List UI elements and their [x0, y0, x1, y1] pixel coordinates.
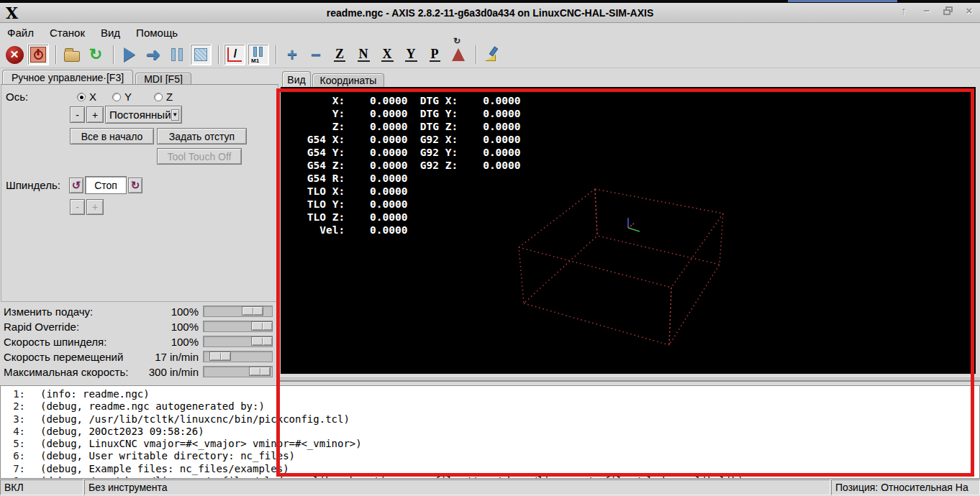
- line-number: 1:: [1, 388, 25, 400]
- gcode-line[interactable]: 5:(debug, LinuxCNC vmajor=#<_vmajor> vmi…: [1, 438, 979, 450]
- slider-thumb[interactable]: [251, 336, 273, 346]
- maximize-button[interactable]: [943, 6, 953, 15]
- dro-readout: X: 0.0000 DTG X: 0.0000 Y: 0.0000 DTG Y:…: [301, 94, 521, 236]
- skip-lines-button[interactable]: /: [224, 44, 245, 65]
- gcode-line[interactable]: 6:(debug, User writable directory: nc_fi…: [1, 450, 979, 462]
- view-front-button[interactable]: Y: [400, 44, 422, 65]
- preview-horizontal-scrollbar[interactable]: [279, 374, 980, 385]
- play-icon: [124, 47, 135, 62]
- axis-window: X readme.ngc - AXIS 2.8.2-11-g6a3d0a434 …: [0, 0, 980, 496]
- tool-info-field: Без инструмента: [84, 479, 830, 495]
- window-title: readme.ngc - AXIS 2.8.2-11-g6a3d0a434 on…: [0, 7, 980, 19]
- reload-file-button[interactable]: ↻: [85, 44, 106, 65]
- menu-help[interactable]: Помощь: [136, 27, 178, 39]
- line-text: (info: readme.ngc): [40, 388, 150, 400]
- rotate-view-button[interactable]: [448, 44, 469, 65]
- touch-off-button[interactable]: Задать отступ: [157, 128, 247, 144]
- radio-axis-x[interactable]: [77, 93, 86, 101]
- spindle-label: Шпиндель:: [6, 179, 60, 191]
- zoom-out-button[interactable]: −: [305, 44, 327, 65]
- shade-button[interactable]: ↑: [897, 4, 910, 17]
- gcode-line[interactable]: 2:(debug, readme.ngc autogenerated by:): [1, 400, 979, 413]
- tab-mdi[interactable]: MDI [F5]: [135, 73, 191, 85]
- stop-icon: [194, 48, 207, 61]
- tab-preview[interactable]: Вид: [282, 71, 311, 87]
- toolbar: ✕ ↻ ➜ / M1: [0, 42, 980, 68]
- gcode-line[interactable]: 4:(debug, 20Oct2023 09:58:26): [1, 426, 979, 438]
- view-side-button[interactable]: X: [376, 44, 398, 65]
- step-arrow-icon: ➜: [146, 47, 160, 62]
- rotate-cone-icon: [452, 48, 465, 61]
- spindle-override-label: Скорость шпинделя:: [4, 336, 106, 348]
- home-all-button[interactable]: Все в начало: [70, 128, 154, 144]
- run-button[interactable]: [119, 44, 140, 65]
- view-rotated-top-button[interactable]: N: [353, 44, 374, 65]
- view-z-icon: Z: [334, 47, 345, 62]
- line-number: 6:: [1, 450, 25, 462]
- line-number: 2:: [1, 400, 25, 413]
- line-number: 7:: [1, 463, 25, 475]
- radio-axis-y[interactable]: [112, 93, 121, 101]
- view-z-rotated-icon: N: [358, 47, 370, 62]
- slider-thumb[interactable]: [209, 352, 231, 361]
- radio-axis-x-label: X: [89, 91, 96, 103]
- gcode-line[interactable]: 3:(debug, /usr/lib/tcltk/linuxcnc/bin/pi…: [1, 413, 979, 426]
- stop-button[interactable]: [190, 44, 212, 65]
- view-top-button[interactable]: Z: [329, 44, 350, 65]
- gcode-line[interactable]: 7:(debug, Example files: nc_files/exampl…: [1, 463, 979, 475]
- estop-button[interactable]: ✕: [4, 44, 25, 65]
- slider-thumb[interactable]: [249, 367, 271, 376]
- menu-view[interactable]: Вид: [101, 27, 120, 39]
- open-file-button[interactable]: [61, 44, 83, 65]
- spindle-cw-button[interactable]: ↻: [128, 178, 142, 193]
- jog-increment-value: Постоянный: [109, 109, 171, 121]
- jog-minus-button[interactable]: -: [70, 106, 85, 123]
- jog-plus-button[interactable]: +: [86, 106, 104, 123]
- zoom-in-button[interactable]: +: [281, 44, 303, 65]
- gcode-listing[interactable]: 1:(info: readme.ngc) 2:(debug, readme.ng…: [0, 385, 980, 479]
- radio-axis-z[interactable]: [154, 93, 163, 101]
- tab-manual-control[interactable]: Ручное управление·[F3]: [2, 70, 133, 85]
- max-velocity-value: 300 in/min: [149, 366, 199, 378]
- view-perspective-button[interactable]: P: [424, 44, 445, 65]
- clear-plot-button[interactable]: [481, 44, 503, 65]
- slider-thumb[interactable]: [251, 321, 273, 331]
- spindle-ccw-button[interactable]: ↺: [69, 178, 83, 193]
- line-text: (debug, User writable directory: nc_file…: [40, 450, 295, 462]
- feed-override-value: 100%: [171, 306, 199, 318]
- feed-override-row: Изменить подачу: 100%: [0, 304, 279, 319]
- machine-power-button[interactable]: [27, 44, 49, 65]
- radio-axis-z-label: Z: [166, 91, 173, 103]
- titlebar[interactable]: X readme.ngc - AXIS 2.8.2-11-g6a3d0a434 …: [0, 3, 980, 23]
- menu-machine[interactable]: Станок: [50, 27, 85, 39]
- feed-override-slider[interactable]: [203, 306, 273, 317]
- jog-speed-label: Скорость перемещений: [4, 351, 123, 363]
- jog-increment-dropdown[interactable]: Постоянный ▼: [105, 106, 182, 124]
- max-velocity-slider[interactable]: [203, 366, 273, 377]
- rapid-override-row: Rapid Override: 100%: [0, 319, 279, 334]
- pause-icon: [171, 48, 183, 61]
- step-button[interactable]: ➜: [142, 44, 164, 65]
- spindle-cw-icon: ↻: [131, 179, 140, 192]
- view-p-icon: P: [430, 47, 440, 62]
- spindle-stop-button[interactable]: Стоп: [85, 176, 127, 194]
- minimize-button[interactable]: −: [920, 4, 933, 17]
- gcode-line[interactable]: 1:(info: readme.ngc): [1, 388, 979, 400]
- spindle-override-slider[interactable]: [203, 336, 273, 347]
- power-icon: [34, 50, 43, 60]
- preview-canvas[interactable]: X: 0.0000 DTG X: 0.0000 Y: 0.0000 DTG Y:…: [281, 87, 976, 374]
- slider-thumb[interactable]: [242, 306, 263, 316]
- jog-speed-slider[interactable]: [203, 351, 273, 362]
- toolbar-separator: [113, 45, 114, 64]
- pause-button[interactable]: [166, 44, 188, 65]
- rapid-override-slider[interactable]: [203, 321, 273, 332]
- line-number: 4:: [1, 426, 25, 438]
- folder-icon: [64, 51, 80, 62]
- tab-dro[interactable]: Координаты: [312, 73, 384, 87]
- menu-file[interactable]: Файл: [7, 27, 34, 39]
- close-button[interactable]: ×: [963, 4, 976, 17]
- optional-pause-button[interactable]: M1: [248, 44, 269, 65]
- line-text: (debug, LinuxCNC vmajor=#<_vmajor> vmino…: [40, 438, 362, 450]
- line-text: (debug, 20Oct2023 09:58:26): [40, 426, 204, 438]
- max-velocity-row: Максимальная скорость: 300 in/min: [0, 364, 279, 380]
